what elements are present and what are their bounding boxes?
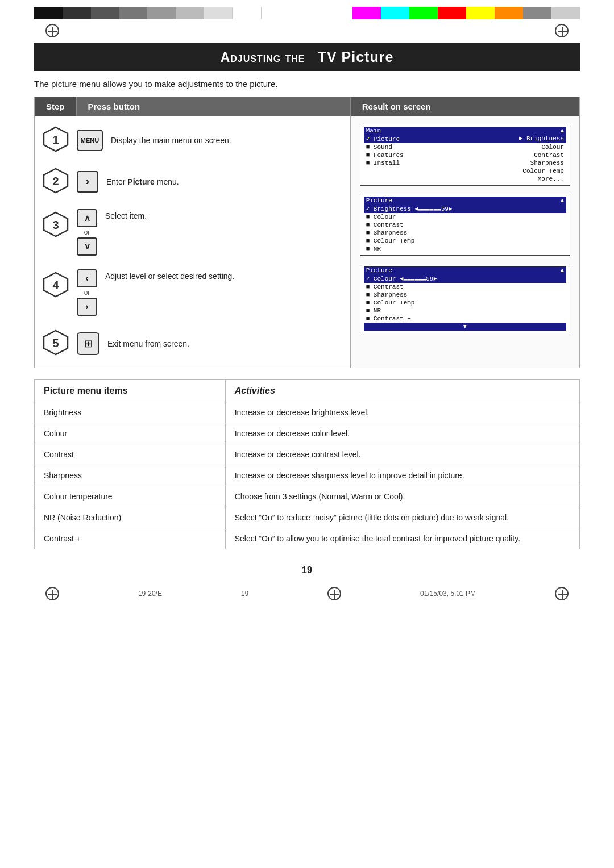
table-row: Colour temperatureChoose from 3 settings…	[35, 486, 580, 507]
step-3-number: 3	[43, 211, 69, 239]
swatch-l1	[34, 7, 63, 19]
footer-left: 19-20/E	[138, 590, 162, 598]
table-activity-3: Increase or decrease sharpness level to …	[225, 465, 579, 486]
reg-mark-bottom-center	[327, 587, 341, 600]
step-2-button: ›	[77, 171, 98, 193]
step-2-number: 2	[43, 168, 69, 195]
or-label-3: or	[84, 228, 90, 236]
step-4-right-btn: ›	[77, 298, 97, 316]
step-5-button: ⊞	[77, 332, 99, 355]
table-activity-2: Increase or decrease contrast level.	[225, 444, 579, 465]
step-4-buttons: ‹ or ›	[77, 269, 97, 316]
swatch-l4	[119, 7, 147, 19]
swatch-l2	[63, 7, 91, 19]
step-row-2: 2 › Enter Picture menu.	[35, 161, 350, 202]
step-1-desc: Display the main menu on screen.	[111, 136, 231, 145]
step-row-1: 1 MENU Display the main menu on screen.	[35, 119, 350, 161]
step-1-button: MENU	[77, 130, 103, 151]
step-2-desc: Enter Picture menu.	[106, 177, 179, 186]
top-left-swatches	[34, 7, 262, 18]
swatch-l3	[91, 7, 119, 19]
footer-right: 01/15/03, 5:01 PM	[420, 590, 476, 598]
swatch-l5	[147, 7, 176, 19]
swatch-r6	[495, 7, 523, 19]
step-4-left-btn: ‹	[77, 269, 97, 287]
or-label-4: or	[84, 289, 90, 297]
swatch-l6	[176, 7, 204, 19]
result-col-header: Result on screen	[351, 97, 579, 116]
step-5-desc: Exit menu from screen.	[107, 339, 189, 348]
table-row: ContrastIncrease or decrease contrast le…	[35, 444, 580, 465]
step-col-header: Step	[35, 97, 77, 116]
page-number: 19	[0, 565, 614, 575]
step-4-desc: Adjust level or select desired setting.	[105, 269, 234, 281]
swatch-r2	[381, 7, 409, 19]
screen-3: Picture▲ ✓ Colour ◄▬▬▬▬▬▬59► ■ Contrast …	[360, 264, 570, 333]
step-row-3: 3 ∧ or ∨ Select item.	[35, 202, 350, 262]
intro-text: The picture menu allows you to make adju…	[34, 79, 580, 89]
table-item-2: Contrast	[35, 444, 226, 465]
screen-1: Main▲ ✓ Picture► Brightness ■ SoundColou…	[360, 124, 570, 186]
top-right-swatches	[352, 7, 580, 18]
top-color-section	[0, 0, 614, 18]
picture-menu-table: Picture menu items Activities Brightness…	[34, 379, 580, 549]
reg-mark-bottom-right	[555, 587, 569, 600]
main-title-bar: Adjusting the TV Picture	[34, 43, 580, 71]
steps-body: 1 MENU Display the main menu on screen. …	[35, 116, 579, 368]
step-3-up-btn: ∧	[77, 209, 97, 227]
reg-mark-top-left	[45, 24, 59, 37]
step-row-5: 5 ⊞ Exit menu from screen.	[35, 323, 350, 364]
steps-section: Step Press button Result on screen 1 MEN…	[34, 97, 580, 368]
table-row: BrightnessIncrease or decrease brightnes…	[35, 402, 580, 423]
svg-text:3: 3	[52, 219, 59, 231]
table-row: Contrast +Select “On” to allow you to op…	[35, 528, 580, 549]
table-item-5: NR (Noise Reduction)	[35, 507, 226, 528]
table-row: SharpnessIncrease or decrease sharpness …	[35, 465, 580, 486]
table-activity-5: Select “On” to reduce “noisy” picture (l…	[225, 507, 579, 528]
swatch-l8	[232, 7, 262, 19]
swatch-r7	[523, 7, 551, 19]
svg-text:1: 1	[52, 133, 59, 146]
svg-text:5: 5	[52, 337, 59, 349]
reg-mark-top-right	[555, 24, 569, 37]
table-activity-6: Select “On” to allow you to optimise the…	[225, 528, 579, 549]
swatch-r3	[409, 7, 438, 19]
table-item-4: Colour temperature	[35, 486, 226, 507]
swatch-l7	[204, 7, 233, 19]
press-col-header: Press button	[77, 97, 351, 116]
page: Adjusting the TV Picture The picture men…	[0, 0, 614, 606]
svg-text:2: 2	[52, 175, 59, 187]
swatch-r1	[352, 7, 381, 19]
step-4-number: 4	[43, 272, 69, 299]
table-row: ColourIncrease or decrease color level.	[35, 423, 580, 444]
table-activity-1: Increase or decrease color level.	[225, 423, 579, 444]
table-item-3: Sharpness	[35, 465, 226, 486]
step-5-number: 5	[43, 329, 69, 357]
table-item-0: Brightness	[35, 402, 226, 423]
table-activity-0: Increase or decrease brightness level.	[225, 402, 579, 423]
table-item-6: Contrast +	[35, 528, 226, 549]
svg-text:4: 4	[52, 279, 59, 291]
steps-right-col: Main▲ ✓ Picture► Brightness ■ SoundColou…	[351, 116, 579, 368]
title-prefix: Adjusting the	[221, 50, 305, 65]
steps-left-col: 1 MENU Display the main menu on screen. …	[35, 116, 351, 368]
screen-2: Picture▲ ✓ Brightness ◄▬▬▬▬▬▬59► ■ Colou…	[360, 194, 570, 256]
title-main: TV Picture	[318, 49, 394, 65]
bottom-reg-section: 19-20/E 19 01/15/03, 5:01 PM	[0, 581, 614, 606]
table-item-1: Colour	[35, 423, 226, 444]
swatch-r5	[466, 7, 495, 19]
step-3-buttons: ∧ or ∨	[77, 209, 97, 256]
top-reg-marks	[0, 18, 614, 43]
steps-header: Step Press button Result on screen	[35, 97, 579, 116]
swatch-r8	[551, 7, 580, 19]
table-col1-header: Picture menu items	[35, 380, 226, 402]
table-col2-header: Activities	[225, 380, 579, 402]
step-row-4: 4 ‹ or › Adjust level or select desired …	[35, 262, 350, 323]
footer-center: 19	[241, 590, 248, 598]
step-3-down-btn: ∨	[77, 237, 97, 256]
step-3-desc: Select item.	[105, 209, 147, 220]
table-activity-4: Choose from 3 settings (Normal, Warm or …	[225, 486, 579, 507]
table-row: NR (Noise Reduction)Select “On” to reduc…	[35, 507, 580, 528]
swatch-r4	[438, 7, 466, 19]
step-1-number: 1	[43, 126, 69, 154]
